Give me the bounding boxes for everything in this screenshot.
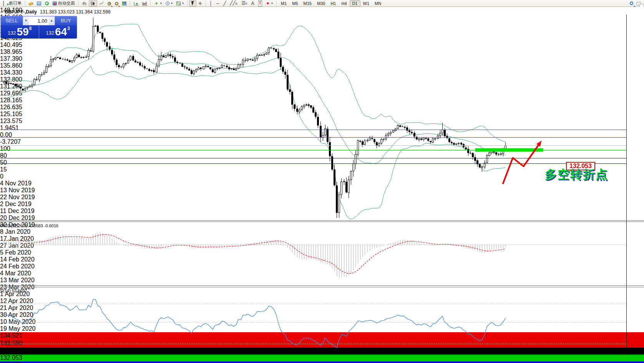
vertical-line-icon: │ — [209, 1, 212, 6]
volume-control: ▼ ▲ — [23, 16, 55, 25]
label-icon: T — [258, 0, 262, 7]
chart-shift-icon — [142, 1, 147, 6]
zoom-out-button[interactable]: − — [113, 0, 120, 7]
channel-button[interactable]: ╱╱E — [228, 0, 239, 7]
sell-price-pips: 59 — [17, 27, 29, 37]
cursor-button[interactable] — [189, 0, 196, 7]
pane-separator — [0, 287, 644, 287]
volume-down-button[interactable]: ▼ — [23, 17, 29, 25]
styles-button[interactable] — [27, 0, 35, 7]
buy-price-figure: 132 — [46, 29, 54, 37]
volume-up-button[interactable]: ▲ — [49, 17, 55, 25]
horizontal-line-icon: ─ — [216, 1, 220, 6]
pane-separator[interactable] — [0, 220, 644, 221]
zoom-out-icon: − — [115, 2, 118, 5]
tf-button-m30[interactable]: M30 — [314, 0, 328, 7]
dropdown-caret-icon: ▾ — [160, 2, 162, 5]
chat-icon[interactable] — [636, 2, 641, 5]
tf-button-h1[interactable]: H1 — [328, 0, 339, 7]
ohlc-values: 131.383 133.023 131.364 132.598 — [40, 9, 111, 15]
buy-price[interactable]: 132 64 3 — [39, 25, 77, 38]
mt4-terminal: + 新订单 自动交易 + − +▾ ▾ ▾ ✛ │ ─ ╱ ╱╱E ☰F A — [0, 0, 644, 363]
time-axis-line — [0, 355, 644, 355]
templates-button[interactable]: ▾ — [174, 0, 186, 7]
title-bullet: · — [2, 9, 3, 15]
dropdown-caret-icon: ▾ — [182, 2, 184, 5]
buy-button[interactable]: BUY — [55, 16, 77, 25]
zoom-in-button[interactable]: + — [106, 0, 113, 7]
new-order-icon: + — [3, 1, 8, 6]
dropdown-caret-icon: ▾ — [271, 2, 273, 5]
sell-button[interactable]: SELL — [1, 16, 23, 25]
rsi-label: RSI(14) 53.6697 — [0, 288, 27, 293]
pane-separator — [0, 221, 644, 222]
line-chart-button[interactable] — [97, 0, 106, 7]
auto-scroll-icon — [134, 1, 138, 6]
shapes-icon: ✦ — [266, 1, 270, 6]
turning-point-annotation[interactable]: 多空转折点 — [545, 167, 608, 183]
autotrading-label: 自动交易 — [58, 0, 75, 6]
template-icon — [176, 2, 181, 5]
clock-icon — [166, 2, 169, 5]
sell-price-figure: 132 — [8, 29, 16, 37]
sell-price[interactable]: 132 59 8 — [1, 25, 39, 38]
vertical-line-button[interactable]: │ — [207, 0, 214, 7]
price-chart-canvas[interactable] — [0, 15, 626, 355]
dropdown-caret-icon: ▾ — [171, 2, 173, 5]
line-chart-icon — [99, 1, 104, 6]
chart-title: ·GBPJPY-,Daily131.383 133.023 131.364 13… — [2, 9, 111, 15]
text-button[interactable]: A — [249, 0, 256, 7]
indicators-button[interactable]: +▾ — [152, 0, 164, 7]
crayon-icon — [28, 2, 33, 5]
sell-price-point: 8 — [29, 23, 32, 34]
price-tag-131.076[interactable]: 131.076 — [0, 361, 644, 363]
auto-scroll-button[interactable] — [132, 0, 140, 7]
shapes-button[interactable]: ✦▾ — [264, 0, 275, 7]
buy-price-point: 3 — [67, 23, 70, 34]
trendline-icon: ╱ — [223, 1, 226, 6]
volume-input[interactable] — [29, 17, 49, 25]
new-order-button[interactable]: + 新订单 — [1, 0, 23, 7]
pane-separator[interactable] — [0, 285, 644, 286]
price-tag-132.053[interactable]: 132.053 — [0, 355, 644, 361]
trendline-button[interactable]: ╱ — [221, 0, 228, 7]
tile-windows-button[interactable] — [120, 0, 128, 7]
label-button[interactable]: T — [256, 0, 264, 7]
price-axis-line — [626, 15, 627, 355]
signal-icon — [45, 2, 49, 5]
periods-button[interactable]: ▾ — [164, 0, 174, 7]
channel-icon: ╱╱E — [230, 0, 237, 7]
window-icon — [37, 2, 41, 5]
new-order-label: 新订单 — [9, 0, 22, 6]
autotrading-button[interactable]: 自动交易 — [51, 0, 77, 7]
zoom-in-icon: + — [108, 2, 111, 5]
tf-button-m15[interactable]: M15 — [301, 0, 314, 7]
market-window-button[interactable] — [35, 0, 43, 7]
tf-button-mn[interactable]: MN — [372, 0, 384, 7]
candlestick-chart-button[interactable] — [89, 0, 97, 7]
crosshair-icon: ✛ — [198, 1, 202, 6]
chart-window: ·GBPJPY-,Daily131.383 133.023 131.364 13… — [0, 7, 644, 363]
tf-button-w1[interactable]: W1 — [360, 0, 372, 7]
chart-shift-button[interactable] — [140, 0, 149, 7]
one-click-trading-panel: SELL ▼ ▲ BUY 132 59 8 132 64 3 — [1, 16, 77, 38]
bar-chart-button[interactable] — [80, 0, 89, 7]
buy-price-pips: 64 — [55, 27, 67, 37]
crosshair-button[interactable]: ✛ — [196, 0, 204, 7]
signals-button[interactable] — [43, 0, 51, 7]
bar-chart-icon — [82, 1, 87, 6]
fibonacci-icon: ☰F — [241, 0, 247, 7]
fibonacci-button[interactable]: ☰F — [239, 0, 249, 7]
tf-button-h4[interactable]: H4 — [339, 0, 349, 7]
cursor-icon — [191, 1, 195, 5]
horizontal-line-button[interactable]: ─ — [214, 0, 222, 7]
tf-button-m5[interactable]: M5 — [289, 0, 300, 7]
candlestick-icon — [91, 1, 95, 6]
tile-windows-icon — [122, 2, 126, 5]
search-icon[interactable] — [630, 2, 633, 5]
macd-label: MACD(12,26,9) -0.3583 -0.6016 — [0, 223, 58, 228]
toolbar: + 新订单 自动交易 + − +▾ ▾ ▾ ✛ │ ─ ╱ ╱╱E ☰F A — [0, 0, 644, 7]
tf-button-d1[interactable]: D1 — [350, 0, 360, 7]
tf-button-m1[interactable]: M1 — [278, 0, 289, 7]
autotrading-icon — [53, 2, 57, 5]
